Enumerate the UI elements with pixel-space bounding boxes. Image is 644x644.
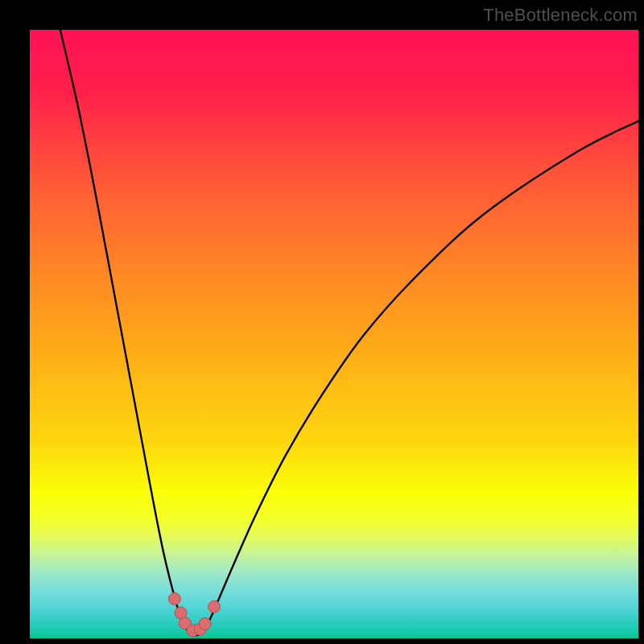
chart-frame: TheBottleneck.com [0, 0, 644, 644]
watermark-text: TheBottleneck.com [483, 5, 638, 26]
curve-marker [199, 617, 211, 630]
chart-svg [30, 30, 638, 638]
curve-marker [168, 592, 180, 605]
bottleneck-curve-path [60, 30, 638, 635]
curve-marker [208, 601, 221, 613]
